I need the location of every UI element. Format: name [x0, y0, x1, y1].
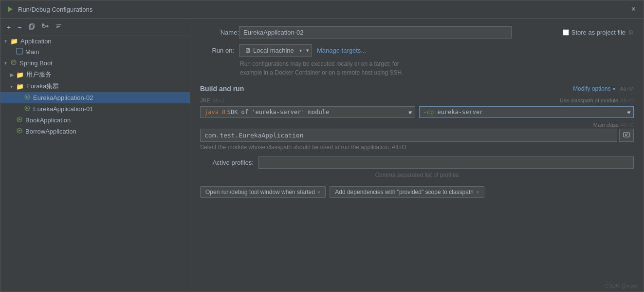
run-debug-dialog: Run/Debug Configurations × + −	[0, 0, 644, 292]
add-config-button[interactable]: +	[4, 22, 13, 33]
sidebar-item-user-service-label: 用户服务	[26, 70, 52, 79]
spring-icon	[10, 59, 17, 67]
run-on-label: Run on:	[200, 47, 234, 54]
copy-config-button[interactable]	[26, 21, 37, 33]
main-class-browse-button[interactable]	[619, 129, 634, 142]
expand-arrow-eureka-group: ▾	[10, 84, 16, 89]
store-project-label: Store as project file	[571, 29, 626, 36]
sidebar-item-book-app-label: BookApplication	[25, 117, 71, 124]
sidebar-item-eureka-group[interactable]: ▾ 📁 Euraka集群	[0, 80, 190, 92]
run-icon-book	[16, 116, 23, 124]
sidebar-item-spring-boot-label: Spring Boot	[19, 59, 53, 67]
name-label: Name:	[200, 29, 239, 36]
java-code-part: java 8	[204, 109, 225, 116]
tags-row: Open run/debug tool window when started …	[200, 186, 634, 198]
sidebar-item-borrow-app-label: BorrowApplication	[25, 128, 76, 135]
use-classpath-shortcut: Alt+O	[620, 97, 634, 103]
tag-open-tool-window: Open run/debug tool window when started …	[200, 186, 326, 198]
sidebar-item-eureka-01-label: EurekaApplication-01	[33, 105, 93, 113]
cp-arrow: ▾	[627, 110, 629, 115]
watermark: CSDN @vcoy	[605, 283, 638, 289]
dialog-title: Run/Debug Configurations	[18, 6, 92, 13]
svg-rect-2	[30, 24, 34, 28]
tag-deps-close-btn[interactable]: ×	[476, 189, 479, 195]
svg-marker-14	[26, 107, 29, 110]
title-bar: Run/Debug Configurations ×	[0, 0, 644, 19]
sidebar-item-main-label: Main	[25, 48, 39, 56]
config-icon-main	[16, 48, 23, 56]
cp-prefix: -cp	[423, 109, 434, 116]
tag-open-label: Open run/debug tool window when started	[205, 189, 315, 195]
close-button[interactable]: ×	[629, 4, 638, 14]
settings-icon: ⚙	[628, 29, 634, 36]
svg-marker-0	[8, 6, 13, 12]
active-profiles-label: Active profiles:	[200, 159, 254, 166]
sidebar-item-eureka-01[interactable]: EurekaApplication-01	[0, 103, 190, 115]
tag-deps-label: Add dependencies with "provided" scope t…	[335, 189, 474, 195]
main-class-row	[200, 129, 634, 142]
main-class-input[interactable]	[200, 129, 617, 142]
run-on-arrow-icon: ▾	[299, 48, 302, 53]
svg-rect-19	[624, 133, 629, 137]
local-machine-icon: 🖥	[244, 47, 251, 54]
sidebar-item-user-service[interactable]: ▶ 📁 用户服务	[0, 69, 190, 80]
folder-icon-application: 📁	[10, 38, 18, 45]
svg-rect-4	[42, 24, 44, 25]
modify-options-label: Modify options	[573, 85, 610, 92]
svg-point-10	[11, 60, 16, 65]
name-row: Name: Store as project file ⚙	[200, 26, 634, 39]
java-sdk-display: java 8 SDK of 'eureka-server' module	[204, 109, 329, 116]
name-input[interactable]	[239, 26, 512, 39]
run-on-row: Run on: 🖥 Local machine ▾ Manage targets…	[200, 44, 634, 57]
sidebar: + − ▾ 📁 Application	[0, 19, 190, 292]
java-sdk-arrow: ▾	[408, 110, 411, 115]
sort-button[interactable]	[53, 21, 65, 33]
modify-options-btn[interactable]: Modify options ▾ Alt+M	[573, 85, 634, 92]
hint-line1: Run configurations may be executed local…	[240, 60, 399, 67]
java-sdk-select-wrapper: java 8 SDK of 'eureka-server' module ▾	[200, 106, 415, 118]
manage-targets-link[interactable]: Manage targets...	[317, 47, 366, 54]
sidebar-item-book-app[interactable]: BookApplication	[0, 115, 190, 126]
sidebar-toolbar: + −	[0, 19, 190, 36]
profiles-row: Active profiles:	[200, 156, 634, 169]
run-on-select-wrapper: 🖥 Local machine ▾	[239, 44, 312, 57]
main-panel: Name: Store as project file ⚙ Run on: 🖥 …	[190, 19, 644, 292]
expand-arrow-spring-boot: ▾	[4, 60, 10, 66]
svg-rect-1	[29, 25, 33, 29]
run-icon-eureka-01	[24, 105, 31, 113]
expand-arrow-user-service: ▶	[10, 72, 16, 78]
sidebar-item-spring-boot[interactable]: ▾ Spring Boot	[0, 58, 190, 69]
jre-label: JRE	[200, 97, 210, 103]
chevron-down-icon: ▾	[613, 86, 615, 92]
run-icon-eureka-02	[24, 94, 31, 102]
sidebar-item-eureka-02[interactable]: EurekaApplication-02	[0, 92, 190, 103]
main-class-shortcut: Alt+C	[621, 122, 634, 128]
svg-marker-12	[26, 96, 29, 98]
remove-config-button[interactable]: −	[15, 22, 24, 33]
sidebar-item-borrow-app[interactable]: BorrowApplication	[0, 126, 190, 137]
folder-icon-eureka: 📁	[16, 83, 24, 90]
select-module-hint: Select the module whose classpath should…	[200, 144, 634, 151]
dialog-icon	[6, 5, 14, 13]
move-config-button[interactable]	[39, 21, 51, 33]
hint-line2: example in a Docker Container or on a re…	[240, 69, 404, 76]
java-sdk-select[interactable]: java 8 SDK of 'eureka-server' module ▾	[200, 106, 415, 118]
store-project-area: Store as project file ⚙	[563, 29, 634, 36]
cp-display: -cp eureka-server	[423, 109, 483, 116]
tag-open-close-btn[interactable]: ×	[317, 189, 320, 195]
folder-icon-user-service: 📁	[16, 71, 24, 78]
profiles-hint: Comma separated list of profiles	[200, 172, 634, 178]
browse-icon	[623, 131, 630, 138]
sidebar-item-main[interactable]: Main	[0, 46, 190, 58]
run-config-hint: Run configurations may be executed local…	[240, 59, 634, 77]
use-classpath-label: Use classpath of module	[560, 97, 618, 103]
svg-marker-18	[18, 130, 21, 132]
sidebar-item-application[interactable]: ▾ 📁 Application	[0, 36, 190, 46]
store-project-checkbox[interactable]	[563, 29, 569, 36]
main-class-hint-label: Main class	[593, 122, 619, 128]
cp-select[interactable]: -cp eureka-server ▾	[419, 106, 634, 118]
cp-select-wrapper: -cp eureka-server ▾	[419, 106, 634, 118]
profiles-input[interactable]	[258, 156, 634, 169]
svg-rect-3	[42, 25, 45, 27]
run-on-select[interactable]: 🖥 Local machine ▾	[239, 44, 312, 57]
